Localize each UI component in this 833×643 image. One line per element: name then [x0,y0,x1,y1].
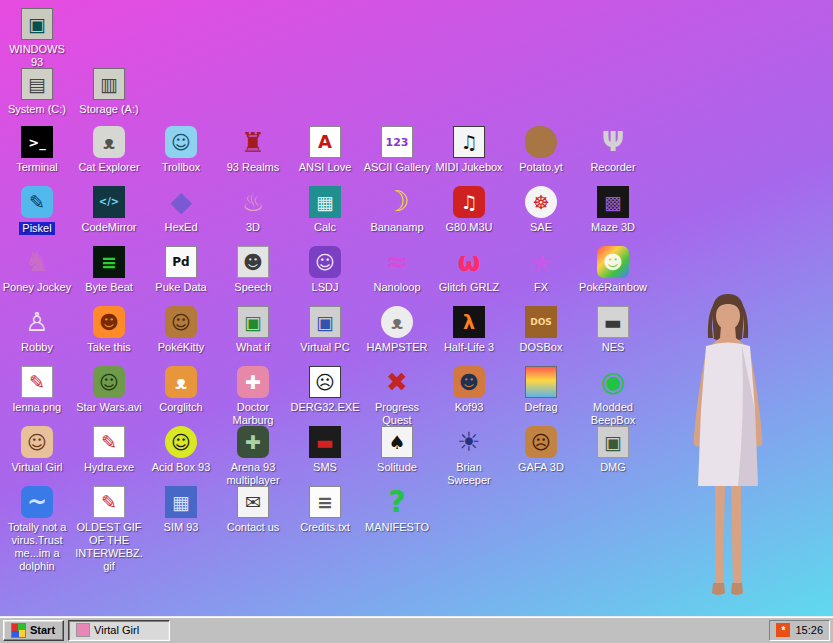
desktop-icon-doctor-marburg[interactable]: ✚Doctor Marburg [218,366,288,427]
icon-label: Brian Sweeper [434,461,504,487]
acid-box-93-icon: ☺ [165,426,197,458]
bananamp-icon: ☽ [381,186,413,218]
desktop-icon-calc[interactable]: ▦Calc [290,186,360,234]
desktop-icon-poney-jockey[interactable]: ♞Poney Jockey [2,246,72,294]
desktop-icon-sms[interactable]: ▬SMS [290,426,360,474]
93-realms-icon: ♜ [237,126,269,158]
desktop-icon-brian-sweeper[interactable]: ☀Brian Sweeper [434,426,504,487]
desktop-icon-dosbox[interactable]: DOSDOSBox [506,306,576,354]
desktop-icon-93-realms[interactable]: ♜93 Realms [218,126,288,174]
contact-us-icon: ✉ [237,486,269,518]
desktop-icon-ansi-love[interactable]: AANSI Love [290,126,360,174]
icon-label: Poney Jockey [2,281,72,294]
desktop-icon-contact-us[interactable]: ✉Contact us [218,486,288,534]
desktop-icon-windows-93[interactable]: ▣WINDOWS 93 [2,8,72,69]
midi-jukebox-icon: ♫ [453,126,485,158]
desktop-icon-sae[interactable]: ☸SAE [506,186,576,234]
desktop-icon-cat-explorer[interactable]: ᴥCat Explorer [74,126,144,174]
system-tray: * 15:26 [769,620,830,641]
lsdj-icon: ☺ [309,246,341,278]
g80-m3u-icon: ♫ [453,186,485,218]
desktop-icon-hexed[interactable]: ◆HexEd [146,186,216,234]
icon-label: 3D [218,221,288,234]
desktop-icon-nes[interactable]: ▬NES [578,306,648,354]
start-button[interactable]: Start [3,620,64,641]
desktop-icon-storage-a-drive[interactable]: ▥Storage (A:) [74,68,144,116]
desktop-icon-derg32-exe[interactable]: ☹DERG32.EXE [290,366,360,414]
desktop-icon-g80-m3u[interactable]: ♫G80.M3U [434,186,504,234]
desktop-icon-3d[interactable]: ♨3D [218,186,288,234]
desktop-icon-hampster[interactable]: ᴥHAMPSTER [362,306,432,354]
desktop-icon-acid-box-93[interactable]: ☺Acid Box 93 [146,426,216,474]
desktop-icon-credits-txt[interactable]: ≡Credits.txt [290,486,360,534]
girl-left-foot [712,583,725,595]
desktop-icon-half-life-3[interactable]: λHalf-Life 3 [434,306,504,354]
desktop-icon-oldest-gif[interactable]: ✎OLDEST GIF OF THE INTERWEBZ.gif [74,486,144,573]
desktop-icon-speech[interactable]: ☻Speech [218,246,288,294]
icon-label: SIM 93 [146,521,216,534]
desktop-icon-bananamp[interactable]: ☽Bananamp [362,186,432,234]
desktop-icon-lenna-png[interactable]: ✎lenna.png [2,366,72,414]
ansi-love-icon: A [309,126,341,158]
desktop-icon-recorder[interactable]: ΨRecorder [578,126,648,174]
desktop-icon-arena-93[interactable]: ✚Arena 93 multiplayer [218,426,288,487]
desktop-icon-virtual-girl-app[interactable]: ☺Virtual Girl [2,426,72,474]
icon-label: GAFA 3D [506,461,576,474]
desktop-icon-robby[interactable]: ♙Robby [2,306,72,354]
desktop-icon-take-this[interactable]: ☻Take this [74,306,144,354]
desktop-icon-progress-quest[interactable]: ✖Progress Quest [362,366,432,427]
desktop-icon-virtual-pc[interactable]: ▣Virtual PC [290,306,360,354]
desktop-icon-potato-yt[interactable]: Potato.yt [506,126,576,174]
taskbar: Start Virtal Girl * 15:26 [0,616,833,643]
desktop-icon-gafa-3d[interactable]: ☹GAFA 3D [506,426,576,474]
desktop-icon-puke-data[interactable]: PdPuke Data [146,246,216,294]
virtual-pc-icon: ▣ [309,306,341,338]
desktop-icon-ascii-gallery[interactable]: 123ASCII Gallery [362,126,432,174]
desktop-icon-defrag[interactable]: Defrag [506,366,576,414]
desktop-icon-star-wars-avi[interactable]: ☺Star Wars.avi [74,366,144,414]
desktop-icon-solitude[interactable]: ♠Solitude [362,426,432,474]
desktop-icon-kof93[interactable]: ☻Kof93 [434,366,504,414]
virtual-girl[interactable] [658,292,798,614]
defrag-icon [525,366,557,398]
icon-label: Robby [2,341,72,354]
desktop-icon-what-if[interactable]: ▣What if [218,306,288,354]
desktop-icon-terminal[interactable]: >_Terminal [2,126,72,174]
desktop-icon-lsdj[interactable]: ☺LSDJ [290,246,360,294]
desktop-icon-glitch-grlz[interactable]: ωGlitch GRLZ [434,246,504,294]
desktop-icon-manifesto[interactable]: ?MANIFESTO [362,486,432,534]
desktop-icon-byte-beat[interactable]: ≡Byte Beat [74,246,144,294]
icon-label: Piskel [19,222,54,235]
icon-label: Virtual Girl [2,461,72,474]
desktop-icon-not-a-virus[interactable]: ~Totally not a virus.Trust me...im a dol… [2,486,72,573]
desktop-icon-fx[interactable]: ★FX [506,246,576,294]
icon-label: Calc [290,221,360,234]
icon-label: Half-Life 3 [434,341,504,354]
desktop-icon-modded-beepbox[interactable]: ◉Modded BeepBox [578,366,648,427]
desktop-icon-hydra-exe[interactable]: ✎Hydra.exe [74,426,144,474]
icon-label: Contact us [218,521,288,534]
desktop-icon-system-c-drive[interactable]: ▤System (C:) [2,68,72,116]
icon-label: Doctor Marburg [218,401,288,427]
desktop-icon-pokekitty[interactable]: ☺PokéKitty [146,306,216,354]
desktop-icon-piskel[interactable]: ✎Piskel [2,186,72,236]
icon-label: Speech [218,281,288,294]
desktop-icon-trollbox[interactable]: ☺Trollbox [146,126,216,174]
desktop-icon-dmg[interactable]: ▣DMG [578,426,648,474]
desktop-icon-maze-3d[interactable]: ▩Maze 3D [578,186,648,234]
taskbar-button-virtal-girl[interactable]: Virtal Girl [68,620,170,641]
tray-app-icon[interactable]: * [776,623,790,637]
desktop[interactable]: ▣WINDOWS 93▤System (C:)▥Storage (A:)>_Te… [0,0,833,616]
desktop-icon-pokerainbow[interactable]: ☻PokéRainbow [578,246,648,294]
icon-label: Potato.yt [506,161,576,174]
desktop-icon-corglitch[interactable]: ᴥCorglitch [146,366,216,414]
desktop-icon-midi-jukebox[interactable]: ♫MIDI Jukebox [434,126,504,174]
desktop-icon-codemirror[interactable]: </>CodeMirror [74,186,144,234]
desktop-icon-nanoloop[interactable]: ≈Nanoloop [362,246,432,294]
kof93-icon: ☻ [453,366,485,398]
sim-93-icon: ▦ [165,486,197,518]
half-life-3-icon: λ [453,306,485,338]
desktop-icon-sim-93[interactable]: ▦SIM 93 [146,486,216,534]
puke-data-icon: Pd [165,246,197,278]
icon-label: Virtual PC [290,341,360,354]
